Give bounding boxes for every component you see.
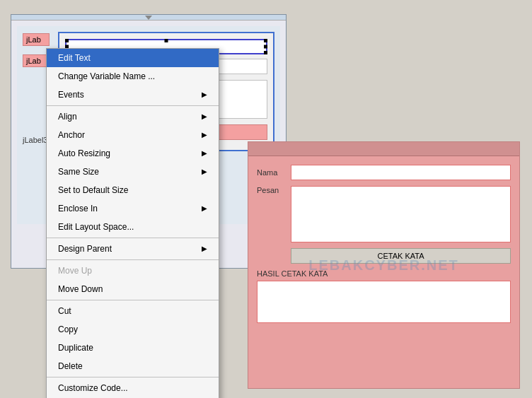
menu-item-arrow-same-size: ▶ [202, 165, 207, 178]
menu-item-same-size[interactable]: Same Size▶ [47, 163, 219, 181]
menu-item-edit-layout[interactable]: Edit Layout Space... [47, 218, 219, 236]
jlabel-1[interactable]: jLab [23, 33, 50, 46]
resize-handle-tm[interactable] [165, 39, 168, 42]
menu-item-design-parent[interactable]: Design Parent▶ [47, 240, 219, 258]
menu-item-label-enclose-in: Enclose In [58, 202, 98, 215]
menu-item-label-events: Events [58, 88, 84, 101]
menu-separator-sep1 [47, 105, 219, 106]
cetak-button[interactable]: CETAK KATA [291, 248, 511, 264]
menu-item-move-down[interactable]: Move Down [47, 280, 219, 298]
menu-item-customize-code[interactable]: Customize Code... [47, 379, 219, 397]
menu-item-label-align: Align [58, 110, 77, 123]
menu-item-label-change-variable: Change Variable Name ... [58, 70, 155, 83]
menu-item-align[interactable]: Align▶ [47, 107, 219, 126]
button-wrapper: CETAK KATA [291, 248, 511, 269]
pesan-label: Pesan [257, 186, 285, 194]
menu-item-anchor[interactable]: Anchor▶ [47, 126, 219, 144]
menu-item-label-same-size: Same Size [58, 165, 99, 178]
nama-label: Nama [257, 168, 285, 177]
pesan-field-row: Pesan [257, 186, 511, 242]
menu-item-events[interactable]: Events▶ [47, 86, 219, 104]
top-ruler [11, 15, 286, 21]
resize-handle-mr[interactable] [264, 45, 267, 49]
menu-separator-sep2 [47, 238, 219, 238]
jlabel-3: jLabel3 [23, 136, 47, 144]
menu-item-cut[interactable]: Cut [47, 302, 219, 320]
menu-item-label-set-default: Set to Default Size [58, 184, 128, 197]
menu-item-label-move-up: Move Up [58, 264, 92, 277]
hasil-label: HASIL CETAK KATA [257, 269, 511, 278]
menu-item-duplicate[interactable]: Duplicate [47, 339, 219, 357]
menu-item-label-delete: Delete [58, 360, 83, 373]
resize-handle-tr[interactable] [264, 39, 267, 42]
menu-item-change-variable[interactable]: Change Variable Name ... [47, 67, 219, 86]
menu-item-arrow-events: ▶ [202, 88, 207, 101]
menu-item-label-copy: Copy [58, 323, 78, 336]
menu-item-label-duplicate: Duplicate [58, 341, 93, 354]
hasil-area [257, 281, 511, 323]
menu-separator-sep3 [47, 259, 219, 260]
menu-separator-sep4 [47, 300, 219, 300]
menu-item-label-anchor: Anchor [58, 129, 85, 141]
menu-item-copy[interactable]: Copy [47, 320, 219, 339]
menu-item-arrow-auto-resizing: ▶ [202, 147, 207, 160]
top-arrow [145, 16, 152, 20]
menu-item-label-move-down: Move Down [58, 283, 103, 295]
nama-input[interactable] [291, 165, 511, 180]
preview-window: LEBAKCYBER.NET Nama Pesan CETAK KATA HAS… [248, 141, 520, 389]
menu-item-arrow-enclose-in: ▶ [202, 202, 207, 215]
menu-item-label-auto-resizing: Auto Resizing [58, 147, 110, 160]
menu-item-arrow-design-parent: ▶ [202, 242, 207, 255]
preview-title-bar [248, 142, 519, 156]
resize-handle-br[interactable] [264, 51, 267, 54]
menu-separator-sep5 [47, 377, 219, 377]
menu-item-edit-text[interactable]: Edit Text [47, 49, 219, 67]
preview-content: LEBAKCYBER.NET Nama Pesan CETAK KATA HAS… [248, 156, 519, 332]
menu-item-label-edit-text: Edit Text [58, 52, 91, 64]
menu-item-label-design-parent: Design Parent [58, 242, 112, 255]
menu-item-set-default[interactable]: Set to Default Size [47, 181, 219, 199]
pesan-textarea[interactable] [291, 186, 511, 242]
menu-item-delete[interactable]: Delete [47, 357, 219, 375]
menu-item-label-cut: Cut [58, 305, 71, 317]
menu-item-arrow-anchor: ▶ [202, 129, 207, 141]
menu-item-label-edit-layout: Edit Layout Space... [58, 221, 134, 233]
nama-field-row: Nama [257, 165, 511, 180]
menu-item-move-up: Move Up [47, 262, 219, 280]
menu-item-arrow-align: ▶ [202, 110, 207, 123]
menu-item-auto-resizing[interactable]: Auto Resizing▶ [47, 144, 219, 163]
context-menu: Edit TextChange Variable Name ...Events▶… [46, 48, 219, 398]
resize-handle-tl[interactable] [65, 39, 69, 42]
menu-item-label-customize-code: Customize Code... [58, 382, 128, 394]
menu-item-enclose-in[interactable]: Enclose In▶ [47, 199, 219, 218]
